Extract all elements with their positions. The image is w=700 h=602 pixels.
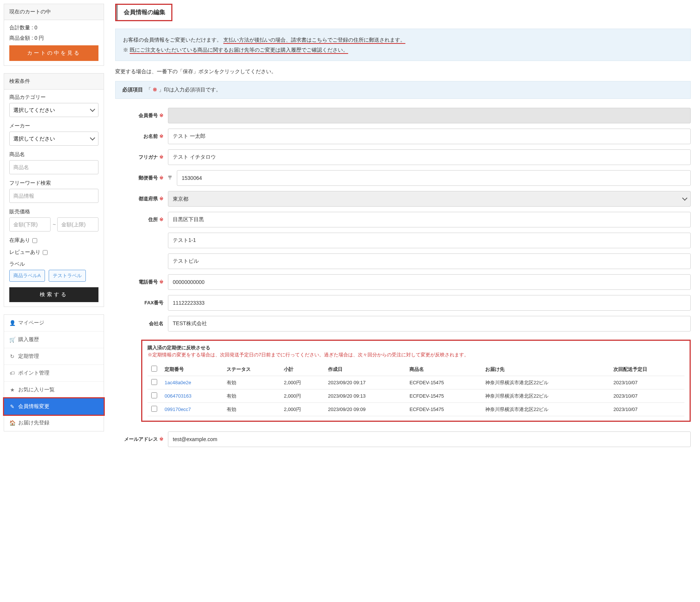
search-button[interactable]: 検索する xyxy=(9,287,98,302)
category-label: 商品カテゴリー xyxy=(9,94,98,101)
row-product: ECFDEV-15475 xyxy=(406,389,482,403)
kana-input[interactable] xyxy=(168,149,691,165)
row-next: 2023/10/07 xyxy=(610,403,684,416)
th-sub-no: 定期番号 xyxy=(161,363,223,376)
company-label: 会社名 xyxy=(149,321,163,326)
table-row: 0064703163有効2,000円2023/09/20 09:13ECFDEV… xyxy=(148,389,684,403)
company-input[interactable] xyxy=(168,316,691,331)
member-edit-form: 会員番号 ※ お名前 ※ フリガナ ※ 郵便番号 ※ xyxy=(115,108,691,447)
row-next: 2023/10/07 xyxy=(610,376,684,389)
nav-history[interactable]: 🛒 購入履歴 xyxy=(4,331,104,348)
cart-header: 現在のカートの中 xyxy=(4,4,104,20)
product-name-input[interactable] xyxy=(9,160,98,174)
cart-panel: 現在のカートの中 合計数量 : 0 商品金額 : 0 円 カートの中を見る xyxy=(4,4,104,66)
pencil-icon: ✎ xyxy=(9,404,15,410)
address-label: 住所 xyxy=(148,217,158,222)
price-max-input[interactable] xyxy=(57,217,98,232)
category-select[interactable]: 選択してください xyxy=(9,103,98,117)
price-min-input[interactable] xyxy=(9,217,51,232)
search-header: 検索条件 xyxy=(4,74,104,90)
row-status: 有効 xyxy=(223,389,280,403)
select-all-checkbox[interactable] xyxy=(151,366,157,372)
main-content: 会員情報の編集 お客様の会員情報をご変更いただけます。 支払い方法が後払いの場合… xyxy=(115,4,696,452)
zip-input[interactable] xyxy=(177,170,691,186)
nav-mypage[interactable]: 👤 マイページ xyxy=(4,315,104,331)
sub-no-link[interactable]: 099170ecc7 xyxy=(161,403,223,416)
row-checkbox[interactable] xyxy=(151,379,157,385)
row-product: ECFDEV-15475 xyxy=(406,403,482,416)
sub-no-link[interactable]: 0064703163 xyxy=(161,389,223,403)
star-icon: ★ xyxy=(9,387,15,393)
reflect-box: 購入済の定期便に反映させる ※定期情報の変更をする場合は、次回発送予定日の7日前… xyxy=(141,340,691,422)
info-text-1: お客様の会員情報をご変更いただけます。 xyxy=(123,37,222,43)
email-input[interactable] xyxy=(168,431,691,447)
tel-label: 電話番号 xyxy=(139,279,158,285)
home-icon: 🏠 xyxy=(9,420,15,426)
cart-qty-value: 0 xyxy=(35,25,38,30)
price-label: 販売価格 xyxy=(9,208,98,215)
search-panel: 検索条件 商品カテゴリー 選択してください メーカー 選択してください xyxy=(4,73,104,307)
nav-favorites[interactable]: ★ お気に入り一覧 xyxy=(4,382,104,398)
nav-addresses-label: お届け先登録 xyxy=(18,420,49,426)
nav-points[interactable]: 🏷 ポイント管理 xyxy=(4,365,104,382)
review-checkbox[interactable] xyxy=(43,250,48,255)
refresh-icon: ↻ xyxy=(9,353,15,359)
th-subtotal: 小計 xyxy=(280,363,324,376)
row-next: 2023/10/07 xyxy=(610,389,684,403)
freeword-label: フリーワード検索 xyxy=(9,180,98,187)
fax-label: FAX番号 xyxy=(145,300,163,305)
nav-member-edit-label: 会員情報変更 xyxy=(18,403,49,410)
reflect-table: 定期番号 ステータス 小計 作成日 商品名 お届け先 次回配送予定日 1ac48… xyxy=(148,363,684,416)
label-tag-b[interactable]: テストラベル xyxy=(49,270,86,282)
row-checkbox[interactable] xyxy=(151,406,157,412)
cart-amount-line: 商品金額 : 0 円 xyxy=(9,35,98,42)
required-box: 必須項目 「 ※ 」印は入力必須項目です。 xyxy=(115,81,691,99)
nav-member-edit[interactable]: ✎ 会員情報変更 xyxy=(3,397,105,416)
nav-history-label: 購入履歴 xyxy=(18,336,39,343)
nav-points-label: ポイント管理 xyxy=(18,370,49,376)
change-note: 変更する場合は、一番下の「保存」ボタンをクリックしてください。 xyxy=(115,68,691,75)
nav-subscription-label: 定期管理 xyxy=(18,353,39,360)
page-title: 会員情報の編集 xyxy=(116,5,171,20)
table-row: 1ac48a0e2e有効2,000円2023/09/20 09:17ECFDEV… xyxy=(148,376,684,389)
user-icon: 👤 xyxy=(9,320,15,326)
addr2-input[interactable] xyxy=(168,233,691,248)
review-label: レビューあり xyxy=(9,249,40,256)
instock-label: 在庫あり xyxy=(9,237,30,244)
cart-amount-value: 0 円 xyxy=(35,35,44,41)
cart-qty-label: 合計数量 : xyxy=(9,25,33,30)
fax-input[interactable] xyxy=(168,295,691,311)
kana-label: フリガナ xyxy=(139,154,158,160)
row-subtotal: 2,000円 xyxy=(280,376,324,389)
view-cart-button[interactable]: カートの中を見る xyxy=(9,45,98,61)
pref-select[interactable]: 東京都 xyxy=(168,191,691,207)
labels-label: ラベル xyxy=(9,261,98,268)
info-text-3: 既にご注文をいただいている商品に関するお届け先等のご変更は購入履歴でご確認くださ… xyxy=(130,47,348,54)
sidebar: 現在のカートの中 合計数量 : 0 商品金額 : 0 円 カートの中を見る 検索… xyxy=(4,4,104,452)
row-delivery: 神奈川県横浜市港北区22ビル xyxy=(482,389,610,403)
sub-no-link[interactable]: 1ac48a0e2e xyxy=(161,376,223,389)
required-mark: ※ xyxy=(153,87,157,93)
required-text: 「 ※ 」印は入力必須項目です。 xyxy=(146,87,221,93)
maker-select[interactable]: 選択してください xyxy=(9,132,98,146)
th-product: 商品名 xyxy=(406,363,482,376)
row-status: 有効 xyxy=(223,376,280,389)
th-created: 作成日 xyxy=(324,363,406,376)
info-text-3-prefix: ※ xyxy=(123,47,128,53)
row-checkbox[interactable] xyxy=(151,392,157,398)
row-created: 2023/09/20 09:09 xyxy=(324,403,406,416)
instock-checkbox[interactable] xyxy=(32,238,37,243)
nav-addresses[interactable]: 🏠 お届け先登録 xyxy=(4,415,104,431)
label-tag-a[interactable]: 商品ラベルA xyxy=(9,270,45,282)
row-subtotal: 2,000円 xyxy=(280,403,324,416)
name-input[interactable] xyxy=(168,129,691,144)
name-label: お名前 xyxy=(143,133,158,139)
th-status: ステータス xyxy=(223,363,280,376)
addr3-input[interactable] xyxy=(168,253,691,269)
tel-input[interactable] xyxy=(168,274,691,290)
addr1-input[interactable] xyxy=(168,212,691,227)
th-delivery: お届け先 xyxy=(482,363,610,376)
freeword-input[interactable] xyxy=(9,189,98,203)
nav-subscription[interactable]: ↻ 定期管理 xyxy=(4,348,104,365)
row-delivery: 神奈川県横浜市港北区22ビル xyxy=(482,403,610,416)
